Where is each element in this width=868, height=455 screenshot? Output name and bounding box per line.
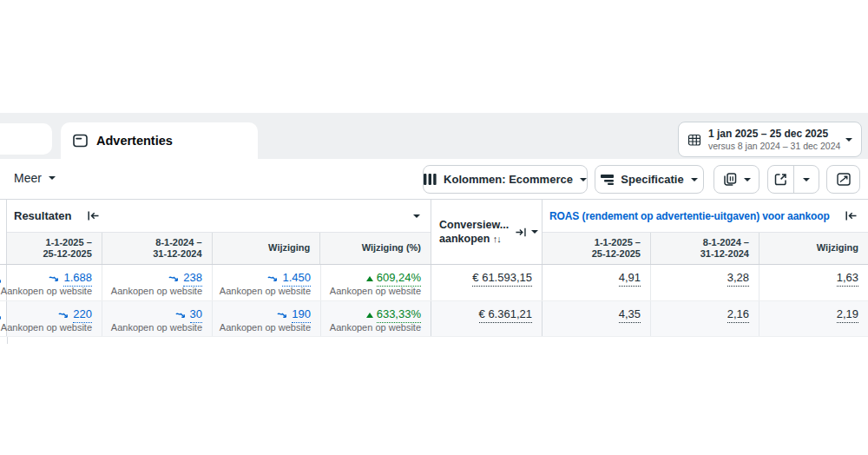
chevron-down-icon — [49, 176, 56, 180]
specificatie-button[interactable]: Specificatie — [595, 165, 704, 194]
trend-down-icon — [58, 311, 69, 320]
calendar-icon — [687, 133, 701, 147]
meer-button[interactable]: Meer — [14, 171, 56, 185]
breakdown-icon — [601, 175, 614, 185]
kolommen-label: Kolommen: Ecommerce — [444, 173, 573, 186]
chevron-down-icon — [744, 178, 751, 181]
roas-subheaders: 1-1-2025 – 25-12-2025 8-1-2024 – 31-12-2… — [542, 233, 868, 264]
metric-value[interactable]: 190 — [292, 307, 311, 323]
chevron-down-icon — [845, 138, 852, 142]
metric-value[interactable]: 2,19 — [837, 307, 858, 323]
tab-advertenties-label: Advertenties — [96, 134, 173, 148]
trend-down-icon — [175, 311, 187, 320]
pin-right-icon — [515, 227, 527, 238]
metric-label: Aankopen op website — [330, 286, 421, 297]
column-header-roas-current[interactable]: 1-1-2025 – 25-12-2025 — [542, 233, 651, 264]
conversiewaarde-title: Conversiew... aankopen ↑↓ — [439, 218, 509, 247]
pin-left-icon — [845, 210, 858, 221]
chevron-down-icon — [531, 230, 538, 234]
columns-icon — [424, 174, 437, 185]
metric-value[interactable]: 2,16 — [727, 307, 749, 323]
metric-value[interactable]: 1.450 — [282, 271, 311, 287]
pin-left-icon — [87, 210, 100, 221]
metric-value[interactable]: 3,28 — [727, 271, 749, 287]
meer-label: Meer — [14, 171, 42, 185]
metric-value[interactable]: 220 — [73, 307, 92, 323]
column-divider-stub — [7, 337, 8, 344]
trend-down-icon — [267, 274, 279, 283]
metric-value[interactable]: 1,63 — [837, 271, 858, 287]
metric-value[interactable]: 1.688 — [63, 271, 92, 287]
metric-label: Aankopen op website — [1, 286, 92, 297]
trend-up-icon — [366, 313, 373, 318]
metric-value[interactable]: € 61.593,15 — [472, 271, 532, 287]
roas-group-header[interactable]: ROAS (rendement op advertentie-uitgaven)… — [542, 200, 868, 233]
trend-down-icon — [168, 274, 180, 283]
resultaten-column-group: Resultaten 1-1-2025 – 25-12-2025 8-1-202… — [7, 200, 431, 264]
tab-strip: Advertenties 1 jan 2025 – 25 dec 2025 ve… — [0, 113, 868, 159]
column-header-wijziging-pct[interactable]: Wijziging (%) — [320, 233, 431, 264]
table-header: Resultaten 1-1-2025 – 25-12-2025 8-1-202… — [0, 200, 868, 265]
trend-down-icon — [0, 276, 3, 285]
kolommen-button[interactable]: Kolommen: Ecommerce — [423, 165, 588, 194]
clipped-left-column — [0, 200, 7, 264]
table-toolbar: Meer Kolommen: Ecommerce Specificatie — [0, 159, 868, 200]
metric-label: Aankopen op website — [1, 322, 92, 333]
export-button[interactable] — [768, 166, 793, 193]
trend-chart-icon — [837, 173, 851, 186]
resultaten-subheaders: 1-1-2025 – 25-12-2025 8-1-2024 – 31-12-2… — [7, 233, 431, 264]
trend-down-icon — [49, 274, 60, 283]
date-range-picker[interactable]: 1 jan 2025 – 25 dec 2025 versus 8 jan 20… — [678, 122, 862, 157]
metric-value[interactable]: 30 — [190, 307, 202, 323]
date-range-primary: 1 jan 2025 – 25 dec 2025 — [708, 128, 838, 141]
reports-button[interactable] — [713, 165, 760, 194]
trend-down-icon — [277, 311, 288, 320]
metric-value[interactable]: 238 — [183, 271, 202, 287]
conversiewaarde-column-header[interactable]: Conversiew... aankopen ↑↓ — [431, 200, 542, 264]
trend-up-icon — [366, 276, 373, 281]
metric-value[interactable]: 609,24% — [377, 271, 421, 287]
export-icon — [774, 173, 787, 186]
chevron-down-icon — [580, 178, 587, 181]
chevron-down-icon — [413, 214, 420, 218]
column-header-roas-compare[interactable]: 8-1-2024 – 31-12-2024 — [651, 233, 760, 264]
ads-icon — [73, 134, 88, 148]
metric-value[interactable]: 4,91 — [619, 271, 641, 287]
results-table: Resultaten 1-1-2025 – 25-12-2025 8-1-202… — [0, 200, 868, 337]
date-range-text: 1 jan 2025 – 25 dec 2025 versus 8 jan 20… — [708, 128, 838, 152]
export-options-button[interactable] — [793, 166, 819, 193]
chevron-down-icon — [691, 178, 698, 181]
chevron-down-icon — [803, 178, 810, 181]
column-header-roas-wijziging[interactable]: Wijziging — [760, 233, 868, 264]
metric-label: Aankopen op website — [111, 322, 202, 333]
column-header-wijziging[interactable]: Wijziging — [213, 233, 321, 264]
column-header-current-period[interactable]: 1-1-2025 – 25-12-2025 — [7, 233, 102, 264]
trend-down-icon — [0, 313, 3, 321]
export-split-button — [767, 165, 819, 194]
resultaten-group-header[interactable]: Resultaten — [7, 200, 431, 233]
date-range-compare: versus 8 jan 2024 – 31 dec 2024 — [708, 141, 838, 152]
metric-value[interactable]: 4,35 — [619, 307, 641, 323]
metric-label: Aankopen op website — [220, 286, 311, 297]
roas-title: ROAS (rendement op advertentie-uitgaven)… — [549, 210, 830, 222]
table-row: 220 Aankopen op website 30 Aankopen op w… — [0, 300, 868, 337]
roas-column-group: ROAS (rendement op advertentie-uitgaven)… — [542, 200, 868, 264]
table-row: 1.688 Aankopen op website 238 Aankopen o… — [0, 265, 868, 300]
resultaten-title: Resultaten — [14, 209, 71, 222]
metric-value[interactable]: € 6.361,21 — [479, 307, 532, 323]
specificatie-label: Specificatie — [621, 173, 683, 186]
tab-advertenties[interactable]: Advertenties — [61, 122, 258, 159]
charts-button[interactable] — [826, 165, 860, 194]
metric-label: Aankopen op website — [111, 286, 202, 297]
column-header-compare-period[interactable]: 8-1-2024 – 31-12-2024 — [102, 233, 213, 264]
metric-label: Aankopen op website — [330, 322, 421, 333]
sort-icon[interactable]: ↑↓ — [493, 234, 501, 244]
duplicate-icon — [723, 173, 737, 186]
metric-value[interactable]: 633,33% — [377, 307, 421, 323]
tab-partial-left[interactable] — [0, 123, 52, 155]
metric-label: Aankopen op website — [220, 322, 311, 333]
